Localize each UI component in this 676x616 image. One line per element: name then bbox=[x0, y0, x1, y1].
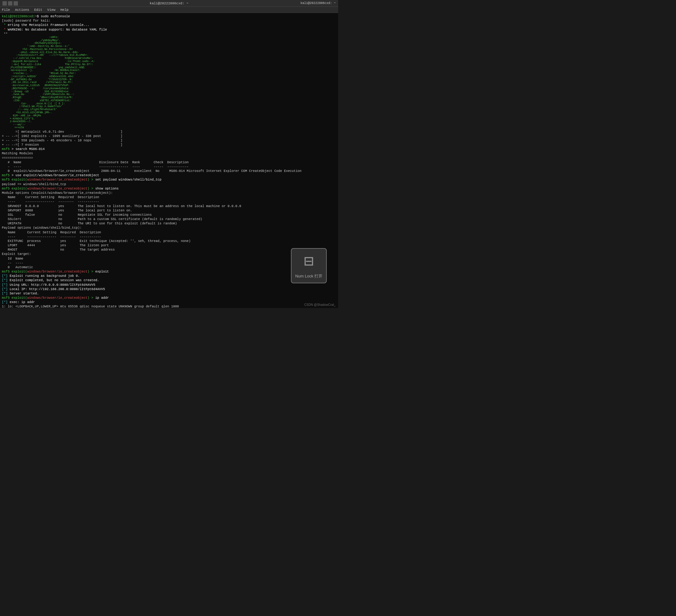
menu-view[interactable]: View bbox=[47, 8, 55, 12]
terminal-line: + -- --=[ 1962 exploits - 1095 auxiliary… bbox=[2, 134, 336, 138]
numlock-text: Num Lock 打开 bbox=[295, 273, 322, 279]
window-title: kali@20222806cxd: ~ bbox=[150, 2, 188, 5]
menu-actions[interactable]: Actions bbox=[15, 8, 29, 12]
terminal-line: ** bbox=[2, 32, 336, 36]
menu-file[interactable]: File bbox=[2, 8, 10, 12]
terminal-line: msf5 exploit(windows/browser/ie_createob… bbox=[2, 296, 336, 300]
terminal-line: SSLCert no Path to a custom SSL certific… bbox=[2, 217, 336, 221]
terminal-line: ---- --------------- -------- ----------… bbox=[2, 199, 336, 204]
terminal-line: [*] exec: ip addr bbox=[2, 300, 336, 304]
titlebar-btn-2[interactable] bbox=[8, 1, 12, 6]
terminal-line: [sudo] password for kali: bbox=[2, 18, 336, 23]
menubar: File Actions Edit View Help bbox=[0, 7, 338, 13]
terminal-line: msf5 exploit(windows/browser/ie_createob… bbox=[2, 186, 336, 191]
terminal-line: + -- --=[ 7 evasion ] bbox=[2, 142, 336, 147]
terminal-line: SSL false no Negotiate SSL for incoming … bbox=[2, 212, 336, 217]
terminal-line: * WARNING: No database support: No datab… bbox=[2, 27, 336, 32]
numlock-overlay: ⊟ Num Lock 打开 bbox=[286, 248, 332, 283]
terminal-line: EXITFUNC process yes Exit technique (Acc… bbox=[2, 239, 336, 243]
terminal-line: Payload options (windows/shell/bind_tcp)… bbox=[2, 226, 336, 230]
titlebar-btn-1[interactable] bbox=[2, 1, 7, 6]
terminal-line: SRVPORT 8080 yes The local port to liste… bbox=[2, 208, 336, 212]
terminal-line: * erting the Metasploit Framework consol… bbox=[2, 23, 336, 27]
terminal-line: Matching Modules bbox=[2, 151, 336, 156]
terminal-line: URIPATH no The URI to use for this explo… bbox=[2, 221, 336, 226]
terminal-line: Name Current Setting Required Descriptio… bbox=[2, 195, 336, 199]
terminal-line: 1: lo: <LOOPBACK,UP,LOWER_UP> mtu 65536 … bbox=[2, 304, 336, 308]
titlebar-btn-3[interactable] bbox=[14, 1, 18, 6]
terminal-line: msf5 > use exploit/windows/browser/ie_cr… bbox=[2, 173, 336, 177]
titlebar: kali@20222806cxd: ~ kali@20222806cxd: ~ bbox=[0, 0, 338, 7]
titlebar-right-title: kali@20222806cxd: ~ bbox=[300, 2, 336, 5]
terminal-line: - ---- --------------- ---- ----- ------… bbox=[2, 165, 336, 169]
terminal-line: kali@20222806cxd:~$ sudo msfconsole bbox=[2, 14, 336, 18]
terminal-line: :o0Fo: ./ym0dayMmy/. -dHJ5aGFy2GVyIQ==- … bbox=[2, 36, 336, 130]
terminal-line: SRVHOST 0.0.0.0 yes The local host to li… bbox=[2, 204, 336, 208]
terminal-line: LPORT 4444 yes The listen port bbox=[2, 243, 336, 248]
terminal-line: ================ bbox=[2, 156, 336, 160]
titlebar-buttons bbox=[2, 1, 18, 6]
numlock-box: ⊟ Num Lock 打开 bbox=[291, 248, 327, 283]
terminal-line: Name Current Setting Required Descriptio… bbox=[2, 230, 336, 235]
terminal-line: + -- --=[ 558 payloads - 45 encoders - 1… bbox=[2, 138, 336, 142]
terminal-line: msf5 exploit(windows/browser/ie_createob… bbox=[2, 177, 336, 182]
terminal-window[interactable]: kali@20222806cxd:~$ sudo msfconsole[sudo… bbox=[0, 13, 338, 308]
terminal-line: =[ metasploit v5.0.71-dev ] bbox=[2, 130, 336, 134]
terminal-line: msf5 > search MS06-014 bbox=[2, 147, 336, 151]
numlock-icon: ⊟ bbox=[295, 254, 322, 270]
terminal-line: ---- --------------- -------- ----------… bbox=[2, 235, 336, 239]
terminal-line: # Name Disclosure Date Rank Check Descri… bbox=[2, 160, 336, 165]
terminal-line: payload => windows/shell/bind_tcp bbox=[2, 182, 336, 186]
terminal-line: 0 exploit/windows/browser/ie_createobjec… bbox=[2, 169, 336, 173]
terminal-line: [*] Local IP: http://192.168.200.8:8080/… bbox=[2, 287, 336, 291]
terminal-line: [*] Server started. bbox=[2, 291, 336, 296]
menu-help[interactable]: Help bbox=[60, 8, 68, 12]
watermark: CSDN @ShadowCrat_ bbox=[304, 303, 336, 307]
terminal-line: Module options (exploit/windows/browser/… bbox=[2, 191, 336, 195]
menu-edit[interactable]: Edit bbox=[34, 8, 42, 12]
